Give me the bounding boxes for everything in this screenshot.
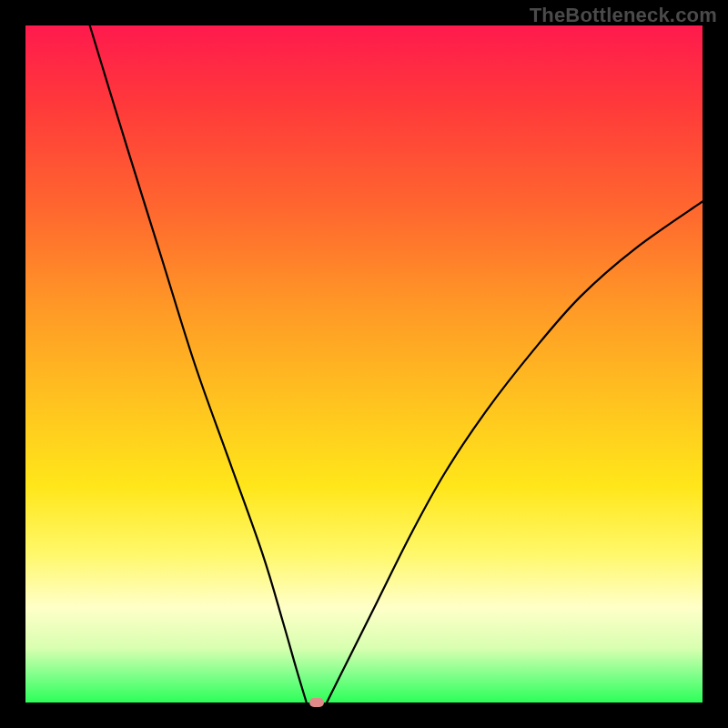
curve-svg: [25, 25, 703, 703]
curve-left: [90, 25, 307, 703]
watermark-text: TheBottleneck.com: [530, 4, 717, 27]
chart-frame: TheBottleneck.com: [0, 0, 728, 728]
plot-area: [25, 25, 703, 703]
curve-right: [327, 201, 703, 703]
